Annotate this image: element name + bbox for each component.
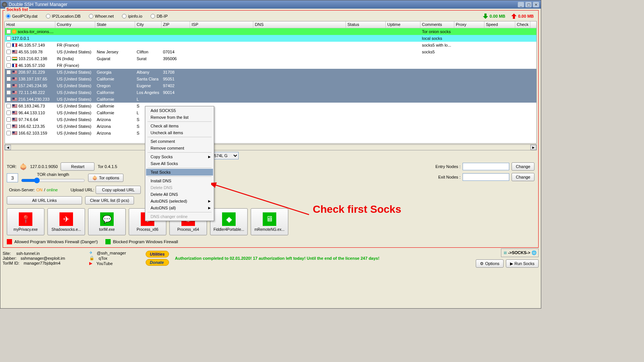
row-checkbox[interactable] [6,111,11,115]
all-url-links-button[interactable]: All URL Links [7,196,82,204]
table-row[interactable]: 68.183.246.73US (United States)Californi… [5,103,536,109]
row-checkbox[interactable] [6,56,11,61]
run-socks-button[interactable]: ▶Run Socks [506,259,539,268]
chain-slider[interactable] [21,177,85,183]
row-checkbox[interactable] [6,124,11,129]
telegram-link[interactable]: @ssh_manager [97,251,126,255]
jabber-link[interactable]: sshmanager@exploit.im [21,256,65,261]
row-checkbox[interactable] [6,36,11,41]
table-row[interactable]: 103.216.82.198IN (India)GujaratSurat3950… [5,55,536,62]
table-row[interactable]: 208.97.31.229US (United States)GeorgiaAl… [5,69,536,76]
geo-radio-3[interactable]: ipinfo.io [122,14,142,18]
row-checkbox[interactable] [6,83,11,88]
utilities-button[interactable]: Utilities [146,251,169,257]
exit-change-button[interactable]: Change [512,173,534,181]
column-header[interactable]: City [135,21,161,28]
row-checkbox[interactable] [6,63,11,68]
app-launcher[interactable]: 🖥mRemoteNG.ex... [251,208,288,235]
column-header[interactable]: Uptime [386,21,420,28]
menu-item[interactable]: Copy Socks▶ [146,153,213,160]
menu-item[interactable]: AutoDNS (selected)▶ [146,198,213,204]
table-row[interactable]: 127.0.0.1local socks [5,35,536,42]
minimize-button[interactable]: _ [518,2,524,8]
row-checkbox[interactable] [6,70,11,74]
menu-item[interactable]: Test Socks [146,169,213,176]
table-row[interactable]: 46.105.57.149FR (France)socks5 with lo..… [5,42,536,48]
table-row[interactable]: 97.74.6.64US (United States)ArizonaS [5,116,536,123]
row-checkbox[interactable] [6,104,11,108]
entry-change-button[interactable]: Change [512,162,534,171]
row-checkbox[interactable] [6,90,11,95]
filter-select[interactable]: 574L G [212,152,239,159]
column-header[interactable]: Check [515,21,530,28]
maximize-button[interactable]: ▢ [525,2,532,8]
table-row[interactable]: 96.44.133.110US (United States)Californi… [5,109,536,116]
chain-length-label: TOR chain length [37,172,69,177]
site-link[interactable]: ssh-tunnel.in [16,251,40,256]
column-header[interactable]: State [95,21,135,28]
menu-item[interactable]: Set comment [146,138,213,145]
column-header[interactable]: Status [346,21,386,28]
tor-options-button[interactable]: 🧅Tor options [88,174,123,182]
copy-upload-url-button[interactable]: Copy upload URL [96,186,141,194]
table-row[interactable]: 72.11.148.222US (United States)Californi… [5,89,536,96]
window-title: Double SSH Tunnel Manager [9,2,518,7]
row-checkbox[interactable] [6,43,11,47]
scroll-right-button[interactable]: ▶ [530,145,536,150]
youtube-link[interactable]: YouTube [96,261,113,266]
app-launcher[interactable]: ◆Fiddler4Portable... [210,208,248,235]
entry-nodes-input[interactable] [463,163,509,170]
app-launcher[interactable]: 📍myPrivacy.exe [7,208,44,235]
table-row[interactable]: 166.62.123.35US (United States)ArizonaS [5,123,536,130]
clear-url-list-button[interactable]: Clear URL list (0 pcs) [85,196,134,204]
menu-item[interactable]: Install DNS [146,177,213,184]
scroll-track[interactable] [11,145,530,150]
row-checkbox[interactable] [6,50,11,54]
menu-item[interactable]: Delete All DNS [146,191,213,198]
menu-item[interactable]: Uncheck all items [146,129,213,136]
geo-radio-4[interactable]: DB-IP [151,14,167,18]
table-row[interactable]: 46.105.57.150FR (France) [5,62,536,69]
geo-source-row: GeoIPCity.datIP2Location.DBWhoer.netipin… [5,13,537,21]
row-checkbox[interactable] [6,97,11,101]
column-header[interactable]: Comments [420,21,454,28]
geo-radio-2[interactable]: Whoer.net [89,14,114,18]
column-header[interactable]: Proxy [454,21,484,28]
menu-item[interactable]: Check all items [146,123,213,129]
menu-item[interactable]: Save All Socks [146,160,213,167]
menu-item[interactable]: Add SOCKS5 [146,107,213,114]
column-header[interactable]: ZIP [161,21,190,28]
close-button[interactable]: ✕ [533,2,539,8]
scroll-left-button[interactable]: ◀ [5,145,11,150]
donate-button[interactable]: Donate [146,259,169,266]
chain-length-input[interactable] [7,173,18,182]
row-checkbox[interactable] [6,29,11,34]
options-button[interactable]: ⚙Options [476,259,504,268]
restart-button[interactable]: Restart [61,162,94,171]
menu-item[interactable]: Remove from the list [146,114,213,121]
table-row[interactable]: 138.197.197.65US (United States)Californ… [5,76,536,82]
row-checkbox[interactable] [6,131,11,135]
column-header[interactable]: Host [5,21,55,28]
table-row[interactable]: 157.245.234.95US (United States)OregonEu… [5,82,536,89]
row-checkbox[interactable] [6,77,11,81]
column-header[interactable]: Speed [484,21,515,28]
horizontal-scrollbar[interactable]: ◀ ▶ [5,144,537,150]
row-checkbox[interactable] [6,117,11,122]
menu-item[interactable]: AutoDNS (all)▶ [146,204,213,211]
geo-radio-0[interactable]: GeoIPCity.dat [6,14,38,18]
exit-nodes-input[interactable] [463,173,509,181]
table-row[interactable]: 216.144.230.233US (United States)Califor… [5,96,536,103]
column-header[interactable]: ISP [190,21,253,28]
table-row[interactable]: 166.62.103.159US (United States)ArizonaS [5,130,536,136]
table-row[interactable]: socks-tor_onions....Tor onion socks [5,28,536,35]
column-header[interactable]: Country [55,21,95,28]
app-launcher[interactable]: ✈Shadowsocks.e... [47,208,85,235]
geo-radio-1[interactable]: IP2Location.DB [46,14,81,18]
table-row[interactable]: 45.55.169.78US (United States)New Jersey… [5,48,536,55]
column-header[interactable]: DNS [253,21,346,28]
app-launcher[interactable]: 💬torIM.exe [88,208,126,235]
torim-link[interactable]: manager77bjdqdm4 [24,261,61,265]
menu-item[interactable]: Remove comment [146,145,213,151]
qtox-link[interactable]: qTox [99,256,107,261]
